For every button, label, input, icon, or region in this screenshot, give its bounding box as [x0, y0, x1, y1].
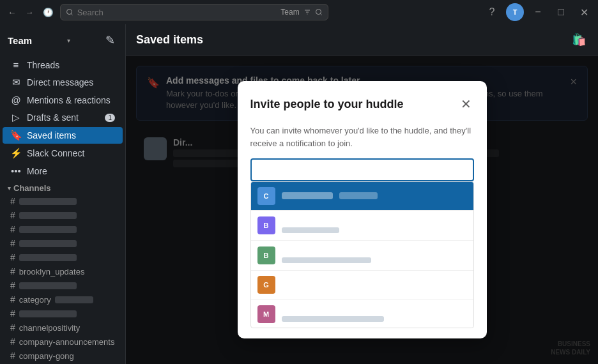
person-avatar: M — [257, 305, 275, 323]
channel-name: category — [19, 295, 51, 305]
person-avatar: C — [257, 187, 275, 205]
channel-item-announcements[interactable]: # company-announcements — [3, 335, 123, 349]
channel-prefix: # — [10, 238, 15, 248]
channel-prefix: # — [10, 224, 15, 234]
page-title: Saved items — [136, 33, 570, 47]
sidebar-item-direct-messages[interactable]: ✉ Direct messages — [3, 74, 123, 91]
channel-item[interactable]: # — [3, 222, 123, 236]
sidebar-item-label: Saved items — [27, 130, 115, 140]
search-icon — [66, 8, 73, 16]
modal-close-button[interactable]: ✕ — [458, 94, 474, 114]
person-avatar: B — [257, 216, 275, 234]
sidebar-item-label: More — [27, 166, 115, 176]
modal-description: You can invite whomever you'd like to th… — [250, 125, 474, 149]
channel-item-positivity[interactable]: # channelpositivity — [3, 321, 123, 335]
svg-line-1 — [71, 13, 72, 15]
person-detail — [282, 227, 339, 233]
sidebar-item-label: Drafts & sent — [27, 112, 100, 123]
person-detail — [282, 257, 371, 263]
help-button[interactable]: ? — [483, 3, 501, 21]
search-bar[interactable]: Team — [60, 4, 328, 20]
person-name-text — [282, 246, 333, 254]
slack-connect-icon: ⚡ — [10, 148, 22, 159]
avatar[interactable]: T — [506, 3, 524, 21]
channel-name — [19, 198, 77, 205]
workspace-header[interactable]: Team ▾ ✎ — [0, 24, 125, 56]
search-filter-icon — [303, 8, 311, 16]
sidebar-item-mentions-reactions[interactable]: @ Mentions & reactions — [3, 92, 123, 108]
person-item[interactable]: G — [251, 271, 473, 300]
channel-name — [19, 212, 77, 219]
channel-item[interactable]: # — [3, 236, 123, 250]
person-info — [282, 216, 467, 235]
compose-button[interactable]: ✎ — [103, 31, 118, 50]
channel-prefix: # — [10, 280, 15, 291]
channel-name: company-announcements — [19, 337, 115, 347]
forward-button[interactable]: → — [22, 5, 36, 20]
sidebar-item-label: Slack Connect — [27, 148, 115, 158]
channel-prefix: # — [10, 322, 15, 333]
channel-item[interactable]: # — [3, 194, 123, 208]
channels-section-header[interactable]: ▾ Channels — [0, 179, 125, 194]
content-body: 🔖 Add messages and files to come back to… — [126, 56, 598, 364]
sidebar-item-saved-items[interactable]: 🔖 Saved items — [3, 127, 123, 144]
channel-item-gong[interactable]: # company-gong — [3, 349, 123, 363]
person-tag — [339, 192, 378, 199]
sidebar-item-drafts[interactable]: ▷ Drafts & sent 1 — [3, 109, 123, 126]
channel-name — [19, 282, 77, 289]
sidebar-item-label: Mentions & reactions — [27, 95, 115, 105]
workspace-name: Team — [8, 35, 32, 46]
person-info — [282, 280, 467, 290]
minimize-button[interactable]: − — [529, 3, 547, 21]
tools-button[interactable]: 🛍️ — [570, 31, 588, 49]
channels-section-label: Channels — [13, 183, 51, 193]
channel-prefix: # — [10, 196, 15, 206]
person-name — [282, 192, 467, 201]
top-bar: ← → 🕐 Team ? T − □ ✕ — [0, 0, 598, 24]
svg-line-6 — [320, 13, 321, 15]
close-button[interactable]: ✕ — [575, 3, 593, 21]
sidebar-item-more[interactable]: ••• More — [3, 163, 123, 179]
person-item[interactable]: C — [251, 182, 473, 211]
back-button[interactable]: ← — [5, 5, 19, 20]
person-name-text — [282, 216, 333, 224]
person-info — [282, 192, 467, 201]
svg-point-0 — [66, 10, 72, 15]
person-item[interactable]: M — [251, 300, 473, 328]
header-actions: 🛍️ — [570, 31, 588, 49]
channel-name: channelpositivity — [19, 323, 80, 333]
person-item[interactable]: B — [251, 211, 473, 241]
modal-title: Invite people to your huddle — [250, 98, 404, 111]
sidebar: Team ▾ ✎ ≡ Threads ✉ Direct messages @ M… — [0, 24, 126, 364]
person-name-text — [282, 305, 333, 312]
channel-prefix: # — [10, 294, 15, 305]
channel-prefix: # — [10, 210, 15, 220]
channel-name — [19, 240, 77, 247]
channel-item-brooklyn[interactable]: # brooklyn_updates — [3, 264, 123, 278]
person-avatar: G — [257, 276, 275, 294]
invite-search-input[interactable] — [250, 158, 474, 181]
history-button[interactable]: 🕐 — [40, 5, 56, 20]
channel-item[interactable]: # — [3, 307, 123, 321]
search-input[interactable] — [77, 8, 277, 17]
workspace-caret: ▾ — [67, 37, 70, 44]
sidebar-item-slack-connect[interactable]: ⚡ Slack Connect — [3, 145, 123, 162]
mentions-icon: @ — [10, 95, 22, 105]
saved-icon: 🔖 — [10, 130, 22, 141]
channel-name: company-gong — [19, 351, 74, 361]
drafts-icon: ▷ — [10, 112, 22, 123]
channel-item[interactable]: # — [3, 208, 123, 222]
person-name-text — [282, 192, 333, 199]
person-item[interactable]: B — [251, 241, 473, 271]
channel-name: brooklyn_updates — [19, 267, 85, 277]
channel-item-category[interactable]: # category — [3, 292, 123, 307]
channel-name — [19, 226, 77, 233]
channel-name — [19, 254, 77, 261]
channel-item[interactable]: # — [3, 250, 123, 264]
modal-overlay: Invite people to your huddle ✕ You can i… — [126, 56, 598, 364]
maximize-button[interactable]: □ — [552, 3, 570, 21]
sidebar-item-threads[interactable]: ≡ Threads — [3, 57, 123, 73]
channel-item[interactable]: # — [3, 278, 123, 292]
modal-body: You can invite whomever you'd like to th… — [238, 119, 487, 338]
channels-caret: ▾ — [8, 185, 11, 192]
